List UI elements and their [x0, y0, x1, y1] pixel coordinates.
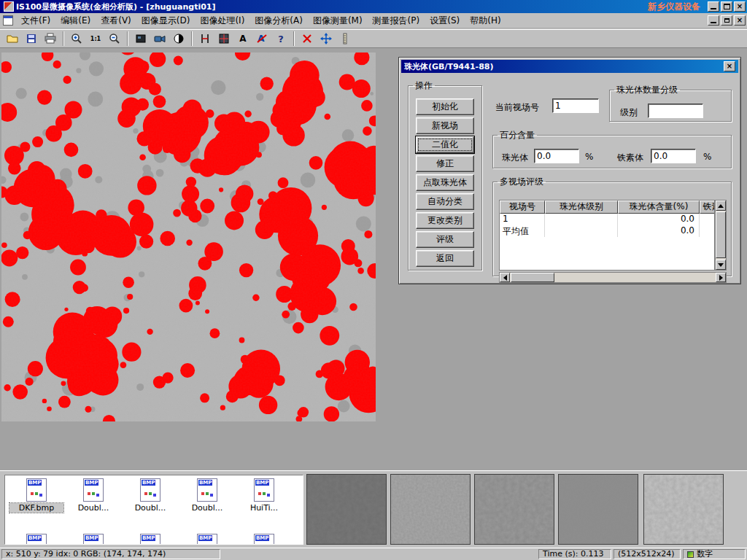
ferrite-input[interactable] [651, 149, 696, 163]
vertical-scrollbar[interactable] [715, 200, 727, 271]
table-cell [700, 214, 715, 225]
file-item[interactable]: BMPDKF.bmp [9, 478, 63, 513]
file-name: DKF.bmp [9, 503, 63, 513]
freeze-image-button[interactable] [132, 31, 150, 47]
maximize-button[interactable] [721, 1, 732, 12]
file-item[interactable]: BMPDoubl... [123, 478, 177, 513]
open-button[interactable] [4, 31, 21, 47]
measure-caliper-button[interactable] [196, 31, 214, 47]
horizontal-scrollbar[interactable] [499, 272, 727, 283]
bmp-file-icon: BMP [26, 478, 47, 502]
file-item[interactable]: BMP [180, 534, 234, 545]
minimize-icon [711, 8, 716, 9]
help-button[interactable] [272, 31, 290, 47]
op-button-1[interactable]: 初始化 [416, 98, 474, 115]
bmp-file-icon: BMP [254, 478, 274, 502]
op-button-9[interactable]: 返回 [416, 250, 474, 267]
menu-item[interactable]: 测量报告(P) [368, 13, 425, 28]
menu-item[interactable]: 帮助(H) [465, 13, 506, 28]
op-button-7[interactable]: 更改类别 [416, 212, 474, 229]
scroll-right-button[interactable] [716, 273, 726, 282]
menu-item[interactable]: 图像测量(M) [308, 13, 368, 28]
pan-button[interactable] [317, 31, 335, 47]
child-restore-button[interactable] [721, 15, 732, 26]
close-button[interactable]: × [734, 1, 746, 12]
scroll-down-button[interactable] [716, 260, 726, 270]
minimize-button[interactable] [708, 1, 719, 12]
save-button[interactable] [23, 31, 40, 47]
op-button-4[interactable]: 修正 [416, 155, 474, 172]
ruler-button[interactable] [336, 31, 354, 47]
menu-item[interactable]: 设置(S) [425, 13, 465, 28]
menubar: 文件(F)编辑(E)查看(V)图像显示(D)图像处理(I)图像分析(A)图像测量… [0, 13, 747, 28]
grade-input[interactable] [648, 104, 703, 118]
current-field-input[interactable] [552, 98, 599, 113]
file-name: HuiTi... [237, 503, 291, 513]
menu-item[interactable]: 图像显示(D) [136, 13, 196, 28]
font-remove-button[interactable] [253, 31, 271, 47]
file-item[interactable]: BMPDoubl... [180, 478, 234, 513]
contrast-button[interactable] [170, 31, 187, 47]
file-item[interactable]: BMPDoubl... [66, 478, 120, 513]
cut-button[interactable] [298, 31, 316, 47]
table-header-cell[interactable]: 珠光体含量(%) [618, 201, 700, 214]
file-item[interactable]: BMPHuiTi... [237, 478, 291, 513]
measure-grid-button[interactable] [215, 31, 233, 47]
input-mode-label: 数字 [697, 550, 713, 559]
file-item[interactable]: BMP [123, 534, 177, 545]
bmp-file-icon: BMP [83, 478, 104, 502]
zoom-out-button[interactable] [106, 31, 123, 47]
zoom-in-button[interactable] [68, 31, 85, 47]
statusbar: x: 510 y: 79 idx: 0 RGB: (174, 174, 174)… [0, 548, 747, 560]
child-minimize-button[interactable] [708, 15, 719, 26]
metallographic-image[interactable] [1, 52, 376, 421]
menu-item[interactable]: 图像处理(I) [195, 13, 249, 28]
table-header-cell[interactable]: 视场号 [500, 201, 545, 214]
file-item[interactable]: BMP [237, 534, 291, 545]
menu-item[interactable]: 文件(F) [16, 13, 55, 28]
scroll-left-button[interactable] [500, 273, 510, 282]
op-button-2[interactable]: 新视场 [416, 117, 474, 134]
table-row[interactable]: 平均值0.0 [500, 225, 714, 237]
file-name: Doubl... [123, 503, 177, 513]
horizontal-scroll-thumb[interactable] [511, 273, 554, 282]
thumbnail[interactable] [306, 474, 387, 545]
document-icon[interactable] [3, 15, 13, 26]
dialog-titlebar[interactable]: 珠光体(GB/T9441-88) × [401, 60, 738, 73]
table-cell [545, 214, 618, 225]
grade-group-label: 珠光体数量分级 [614, 84, 680, 96]
thumbnail[interactable] [558, 474, 638, 545]
file-item[interactable]: BMP [66, 534, 120, 545]
op-button-6[interactable]: 自动分类 [416, 193, 474, 210]
time-panel: Time (s): 0.113 [538, 549, 611, 559]
op-button-5[interactable]: 点取珠光体 [416, 174, 474, 191]
font-remove-icon [256, 33, 268, 44]
dialog-close-button[interactable]: × [724, 61, 735, 71]
table-header-cell[interactable]: 铁素体含量(%) [700, 201, 715, 214]
op-button-8[interactable]: 评级 [416, 231, 474, 248]
op-button-3[interactable]: 二值化 [416, 136, 474, 153]
percent-group-label: 百分含量 [498, 129, 537, 141]
pearlite-input[interactable] [534, 149, 579, 163]
print-button[interactable] [42, 31, 59, 47]
menu-item[interactable]: 编辑(E) [55, 13, 96, 28]
menu-item[interactable]: 图像分析(A) [249, 13, 308, 28]
table-row[interactable]: 10.0 [500, 214, 714, 225]
arrow-left-icon [500, 275, 507, 281]
current-field-label: 当前视场号 [495, 101, 539, 114]
thumbnail[interactable] [390, 474, 471, 545]
bmp-file-icon: BMP [83, 534, 104, 545]
file-name: Doubl... [180, 503, 234, 513]
scroll-up-button[interactable] [716, 201, 726, 211]
file-item[interactable]: BMP [9, 534, 63, 545]
child-close-button[interactable]: × [734, 15, 746, 26]
menu-item[interactable]: 查看(V) [96, 13, 136, 28]
camera-button[interactable] [151, 31, 169, 47]
table-header-cell[interactable]: 珠光体级别 [545, 201, 618, 214]
vertical-scroll-thumb[interactable] [716, 211, 726, 258]
thumbnail[interactable] [474, 474, 554, 545]
actual-size-button[interactable] [87, 31, 104, 47]
arrow-up-icon [718, 201, 724, 208]
font-button[interactable] [234, 31, 252, 47]
thumbnail[interactable] [643, 474, 724, 545]
